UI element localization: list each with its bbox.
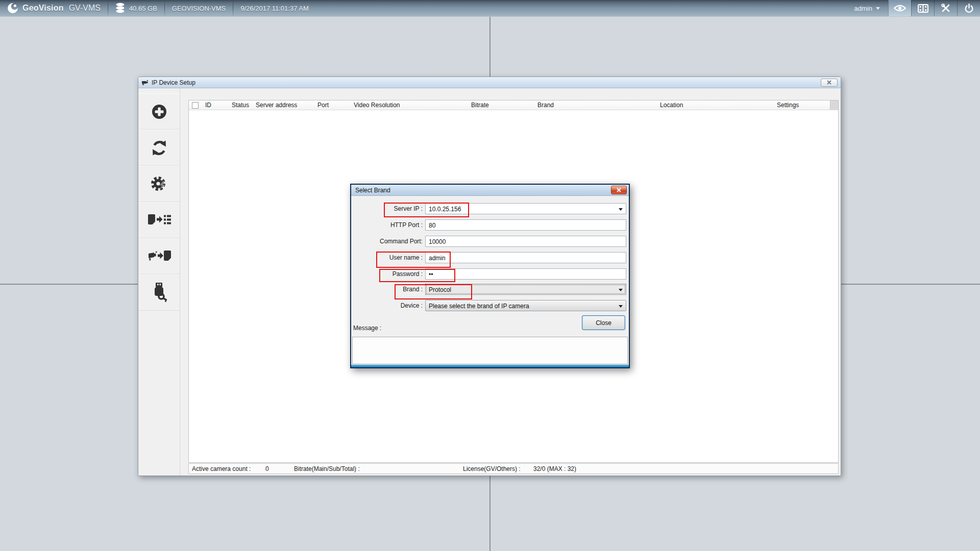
playback-button[interactable] <box>911 0 934 16</box>
column-header-settings[interactable]: Settings <box>777 102 799 109</box>
dialog-title: Select Brand <box>355 187 390 194</box>
close-button[interactable]: Close <box>582 315 625 330</box>
brand-selected-value: Protocol <box>429 286 451 293</box>
password-field[interactable]: •• <box>425 268 626 280</box>
sidebar-usb-dongle-button[interactable] <box>138 274 180 311</box>
product-name: GV-VMS <box>69 4 101 13</box>
column-header-port[interactable]: Port <box>317 102 329 109</box>
command-port-field[interactable]: 10000 <box>425 236 626 247</box>
column-header-bitrate[interactable]: Bitrate <box>471 102 489 109</box>
sidebar-export-device-button[interactable] <box>138 238 180 274</box>
eye-icon <box>894 4 906 12</box>
column-header-id[interactable]: ID <box>205 102 211 109</box>
user-name: admin <box>854 5 872 12</box>
server-ip-combobox[interactable]: 10.0.25.156 <box>425 203 626 214</box>
exit-button[interactable] <box>957 0 980 16</box>
close-icon <box>826 80 832 85</box>
device-dropdown[interactable]: Please select the brand of IP camera <box>425 300 626 311</box>
license-value: 32/0 (MAX : 32) <box>533 465 576 472</box>
storage-status: 40.65 GB <box>108 0 164 16</box>
chevron-down-icon <box>619 305 623 308</box>
topbar-right-controls: admin <box>846 0 980 16</box>
password-label: Password : <box>351 268 423 280</box>
column-header-location[interactable]: Location <box>660 102 683 109</box>
user-name-label: User name : <box>351 252 423 263</box>
live-view-button[interactable] <box>888 0 911 16</box>
geovision-swirl-icon <box>7 3 18 14</box>
device-setup-sidebar <box>138 88 180 475</box>
message-box <box>352 337 628 364</box>
sidebar-add-device-button[interactable] <box>138 93 180 130</box>
http-port-value: 80 <box>429 222 435 229</box>
film-strip-icon <box>918 4 928 13</box>
document-to-list-icon <box>148 213 171 228</box>
camera-window-icon <box>141 80 149 86</box>
brand-label: Brand : <box>351 284 423 295</box>
usb-key-icon <box>150 282 168 304</box>
bitrate-label: Bitrate(Main/Sub/Total) : <box>294 465 360 472</box>
device-label: Device : <box>351 300 423 311</box>
refresh-icon <box>150 139 168 157</box>
scrollbar-corner <box>830 101 838 110</box>
column-header-brand[interactable]: Brand <box>537 102 554 109</box>
device-setup-status-bar: Active camera count : 0 Bitrate(Main/Sub… <box>188 463 839 474</box>
chevron-down-icon <box>876 7 880 10</box>
user-menu[interactable]: admin <box>846 0 888 16</box>
password-masked-value: •• <box>429 271 433 278</box>
command-port-value: 10000 <box>429 238 446 245</box>
dialog-bottom-edge <box>351 365 629 367</box>
sidebar-auto-setup-button[interactable] <box>138 166 180 202</box>
brand-name: GeoVision <box>22 4 64 13</box>
command-port-label: Command Port: <box>351 236 423 247</box>
storage-free-space: 40.65 GB <box>129 5 157 12</box>
window-title-bar[interactable]: IP Device Setup <box>138 77 841 88</box>
window-close-button[interactable] <box>821 79 838 87</box>
server-ip-label: Server IP : <box>351 203 423 214</box>
column-header-video-resolution[interactable]: Video Resolution <box>354 102 400 109</box>
license-label: License(GV/Others) : <box>463 465 521 472</box>
chevron-down-icon <box>619 289 623 291</box>
dialog-title-bar[interactable]: Select Brand <box>351 185 629 196</box>
sidebar-import-to-list-button[interactable] <box>138 202 180 238</box>
active-camera-count-label: Active camera count : <box>192 465 251 472</box>
chevron-down-icon <box>619 208 623 211</box>
server-ip-value: 10.0.25.156 <box>429 206 461 213</box>
top-bar: GeoVision GV-VMS 40.65 GB GEOVISION-VMS … <box>0 0 980 17</box>
select-all-checkbox[interactable] <box>192 102 199 109</box>
user-name-value: admin <box>429 255 446 262</box>
dialog-close-button[interactable] <box>611 186 627 194</box>
device-table-header: ID Status Server address Port Video Reso… <box>189 101 838 110</box>
user-name-field[interactable]: admin <box>425 252 626 263</box>
system-datetime: 9/26/2017 11:01:37 AM <box>233 0 315 16</box>
camera-to-document-icon <box>148 249 171 264</box>
active-camera-count-value: 0 <box>265 465 269 472</box>
device-selected-value: Please select the brand of IP camera <box>429 303 529 310</box>
column-header-server-address[interactable]: Server address <box>256 102 297 109</box>
server-name: GEOVISION-VMS <box>165 0 233 16</box>
http-port-field[interactable]: 80 <box>425 219 626 231</box>
configure-button[interactable] <box>934 0 957 16</box>
brand-dropdown[interactable]: Protocol <box>425 284 626 295</box>
sidebar-refresh-button[interactable] <box>138 130 180 166</box>
database-icon <box>115 3 125 14</box>
crossed-tools-icon <box>941 3 951 13</box>
window-title: IP Device Setup <box>152 79 195 86</box>
column-header-status[interactable]: Status <box>232 102 249 109</box>
power-icon <box>964 4 974 13</box>
message-label: Message : <box>353 324 381 332</box>
close-icon <box>616 188 622 192</box>
add-device-icon <box>150 103 168 121</box>
app-logo: GeoVision GV-VMS <box>0 0 108 16</box>
select-brand-dialog: Select Brand Server IP : 10.0.25.156 HTT… <box>350 184 630 368</box>
http-port-label: HTTP Port : <box>351 219 423 231</box>
gear-bolt-icon <box>150 174 169 194</box>
